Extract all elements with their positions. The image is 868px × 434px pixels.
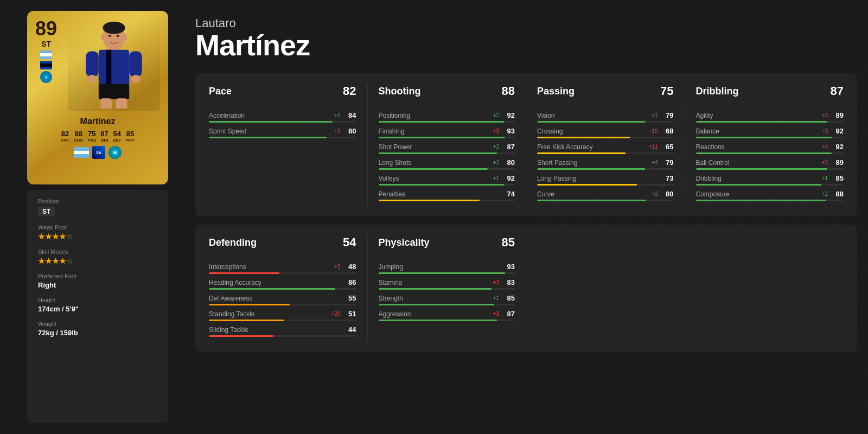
stat-name: Long Passing [537,175,577,182]
argentina-flag-badge [74,147,89,158]
skill-moves-label: Skill Moves [38,248,157,255]
pace-header: Pace 82 [209,84,356,103]
list-item: Agility +3 89 [696,111,844,123]
list-item: Crossing +10 68 [537,127,674,138]
stat-value: 84 [343,111,356,119]
stat-value: 79 [661,111,674,119]
height-label: Height [38,297,157,303]
svg-point-2 [101,34,105,40]
shooting-name: Shooting [379,86,421,97]
card-stat-dri: 87 DRI [100,130,108,143]
stat-name: Def Awareness [209,295,253,302]
list-item: Aggression +3 87 [379,310,515,321]
preferred-foot-row: Preferred Foot Right [38,273,157,289]
pace-name: Pace [209,86,232,97]
pace-overall: 82 [343,84,356,98]
dribbling-overall: 87 [831,84,844,98]
stat-name: Crossing [537,127,563,135]
stat-name: Jumping [379,263,403,271]
weight-row: Weight 72kg / 159lb [38,321,157,337]
stat-name: Short Passing [537,159,578,167]
card-stat-pas: 75 PAS [87,130,96,143]
stat-name: Vision [537,112,554,119]
right-panel: Lautaro Martínez Pace 82 Acceleration +1… [195,11,857,423]
stat-value: 65 [661,143,674,151]
stat-name: Curve [537,190,554,198]
stat-modifier: +20 [331,311,341,317]
svg-point-4 [108,35,112,37]
svg-rect-13 [101,98,112,108]
defending-section: Defending 54 Interceptions +3 48 [209,235,368,341]
weak-foot-row: Weak Foot ★★★★☆ [38,224,157,241]
svg-point-11 [131,75,141,83]
player-card: 89 ST I [27,11,168,184]
weak-foot-label: Weak Foot [38,224,157,231]
preferred-foot-value: Right [38,281,157,289]
left-panel: 89 ST I [11,11,184,423]
argentina-flag [40,50,52,59]
stat-value: 87 [502,310,515,318]
svg-point-3 [123,34,127,40]
list-item: Standing Tackle +20 51 [209,310,356,321]
stat-value: 85 [502,294,515,302]
physicality-section: Physicality 85 Jumping 93 Stamina [368,235,527,341]
list-item: Strength +1 85 [379,294,515,305]
stat-modifier: +3 [822,112,828,118]
stat-modifier: +1 [822,175,828,181]
shooting-section: Shooting 88 Positioning +2 92 Fi [368,84,527,206]
stat-value: 85 [831,174,844,182]
list-item: Vision +1 79 [537,111,674,123]
stat-name: Interceptions [209,263,246,271]
preferred-foot-label: Preferred Foot [38,273,157,279]
stat-modifier: +3 [493,311,499,317]
stat-value: 74 [502,190,515,198]
stat-value: 86 [343,278,356,286]
dribbling-header: Dribbling 87 [696,84,844,103]
list-item: Acceleration +1 84 [209,111,356,123]
list-item: Curve +2 80 [537,190,674,201]
stat-value: 92 [502,174,515,182]
stat-name: Volleys [379,175,399,182]
passing-name: Passing [537,86,575,97]
list-item: Sprint Speed +3 80 [209,127,356,138]
stat-name: Long Shots [379,159,412,167]
card-overall-rating: 89 [35,19,57,39]
stat-value: 92 [502,111,515,119]
card-stats-row: 82 PAC 88 SHO 75 PAS 87 DRI 54 DEF [35,130,160,143]
card-stat-phy: 85 PHY [126,130,135,143]
passing-header: Passing 75 [537,84,674,103]
stat-name: Balance [696,127,719,135]
svg-point-5 [117,35,120,37]
stat-name: Penalties [379,190,405,198]
weight-value: 72kg / 159lb [38,329,157,337]
stat-name: Strength [379,295,403,302]
stat-modifier: +1 [493,175,499,181]
position-row: Position ST [38,198,157,216]
stat-modifier: +4 [652,159,658,165]
svg-rect-9 [129,52,142,77]
stat-modifier: +11 [649,144,658,150]
stat-name: Acceleration [209,112,245,119]
list-item: Ball Control +3 89 [696,158,844,170]
list-item: Dribbling +1 85 [696,174,844,186]
stat-name: Free Kick Accuracy [537,143,593,151]
shooting-overall: 88 [502,84,515,98]
stat-value: 55 [343,294,356,302]
stat-modifier: +1 [652,112,658,118]
stat-name: Shot Power [379,143,412,151]
weak-foot-stars: ★★★★☆ [38,232,157,241]
stat-name: Positioning [379,112,411,119]
stat-name: Composure [696,190,730,198]
list-item: Long Shots +2 80 [379,158,515,170]
club-badge: I [40,71,52,83]
skill-moves-stars: ★★★★☆ [38,257,157,265]
card-badges: SA IM [74,146,122,159]
height-value: 174cm / 5'9" [38,305,157,313]
skill-moves-row: Skill Moves ★★★★☆ [38,248,157,265]
bottom-stats-grid: Defending 54 Interceptions +3 48 [195,225,857,352]
svg-point-10 [87,75,97,83]
list-item: Heading Accuracy 86 [209,278,356,290]
stat-value: 93 [502,127,515,135]
stat-value: 93 [502,263,515,271]
stat-name: Sprint Speed [209,127,246,135]
